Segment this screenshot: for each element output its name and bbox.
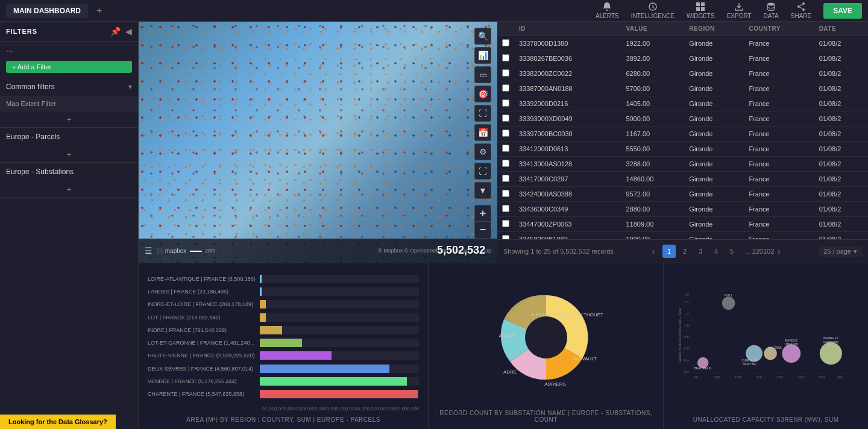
row-checkbox[interactable] bbox=[497, 202, 514, 217]
glossary-button[interactable]: Looking for the Data Glossary? bbox=[0, 415, 116, 429]
per-page-selector[interactable]: 25 / page ▾ bbox=[819, 246, 862, 257]
map-target-btn[interactable]: 🎯 bbox=[474, 86, 491, 102]
row-checkbox[interactable] bbox=[497, 66, 514, 81]
add-common-filter-button[interactable]: + bbox=[0, 111, 138, 127]
row-checkbox[interactable] bbox=[497, 127, 514, 142]
row-region: Gironde bbox=[684, 187, 744, 202]
europe-substations-section: Europe - Substations + bbox=[0, 163, 138, 198]
table-row: 33447000ZP0063 11809.00 Gironde France 0… bbox=[497, 217, 868, 232]
page-5-btn[interactable]: 5 bbox=[725, 245, 738, 258]
row-date: 01/08/2 bbox=[814, 157, 868, 172]
data-icon-btn[interactable]: DATA bbox=[764, 2, 779, 19]
row-checkbox[interactable] bbox=[497, 172, 514, 187]
col-date[interactable]: DATE bbox=[814, 22, 868, 36]
row-country: France bbox=[744, 127, 814, 142]
common-filters-title: Common filters bbox=[6, 83, 55, 91]
row-checkbox[interactable] bbox=[497, 217, 514, 232]
page-4-btn[interactable]: 4 bbox=[709, 245, 723, 258]
europe-parcels-header[interactable]: Europe - Parcels bbox=[0, 128, 138, 146]
intelligence-icon-btn[interactable]: INTELLIGENCE bbox=[631, 2, 675, 19]
row-checkbox[interactable] bbox=[497, 81, 514, 96]
europe-substations-header[interactable]: Europe - Substations bbox=[0, 163, 138, 181]
add-europe-substations-filter-button[interactable]: + bbox=[0, 181, 138, 197]
bar-chart-row: LOT | FRANCE (213,002,945) bbox=[148, 313, 419, 322]
axis-label: 3,000,000,000 bbox=[327, 406, 357, 412]
bar-track bbox=[260, 326, 419, 334]
map-zoom-in-btn[interactable]: + bbox=[474, 205, 491, 222]
svg-text:400: 400 bbox=[837, 375, 844, 379]
row-country: France bbox=[744, 157, 814, 172]
add-filter-button[interactable]: + Add a Filter bbox=[6, 61, 132, 73]
add-tab-button[interactable]: + bbox=[93, 5, 105, 16]
map-extent-filter[interactable]: Map Extent Filter bbox=[0, 96, 138, 111]
scatter-chart-title: UNALLOCATED CAPACITY S3RENR (MW), SUM bbox=[673, 416, 859, 423]
row-country: France bbox=[744, 217, 814, 232]
bar-chart-row: LOIRE-ATLANTIQUE | FRANCE (6,500,186) bbox=[148, 275, 419, 283]
svg-text:0.2: 0.2 bbox=[684, 369, 690, 374]
map-search-btn[interactable]: 🔍 bbox=[474, 28, 491, 45]
row-checkbox[interactable] bbox=[497, 142, 514, 157]
map-filter-btn[interactable]: ▼ bbox=[474, 182, 491, 199]
map-fullscreen-btn[interactable]: ⛶ bbox=[474, 163, 491, 180]
col-id[interactable]: ID bbox=[514, 22, 621, 36]
col-value[interactable]: VALUE bbox=[621, 22, 684, 36]
svg-text:0.6: 0.6 bbox=[684, 346, 690, 350]
col-region[interactable]: REGION bbox=[684, 22, 744, 36]
svg-text:350: 350 bbox=[819, 375, 825, 379]
next-page-btn[interactable]: › bbox=[772, 245, 785, 258]
bar-track bbox=[260, 351, 419, 360]
row-id: 33382000ZC0022 bbox=[514, 66, 621, 81]
row-region: Gironde bbox=[684, 36, 744, 51]
page-1-btn[interactable]: 1 bbox=[662, 245, 676, 258]
scatter-svg: 0.2 0.4 0.6 0.8 1.0 1.2 1.4 1.6 50 100 1… bbox=[673, 269, 859, 412]
bar-label: LOT-ET-GARONNE | FRANCE (1,491,240,030) bbox=[148, 340, 256, 346]
share-icon-btn[interactable]: SHARE bbox=[791, 2, 811, 19]
map-calendar-btn[interactable]: 📅 bbox=[474, 124, 491, 141]
map-zoom-out-btn[interactable]: − bbox=[474, 222, 491, 239]
row-checkbox[interactable] bbox=[497, 187, 514, 202]
table-pagination: Showing 1 to 25 of 5,502,532 records ‹ 1… bbox=[497, 239, 868, 263]
bar-track bbox=[260, 377, 419, 386]
row-id: 33380267BE0036 bbox=[514, 51, 621, 66]
row-checkbox[interactable] bbox=[497, 157, 514, 172]
map-settings-btn[interactable]: ⚙ bbox=[474, 143, 491, 160]
svg-text:AIRVAUDAI ET VAL DU THOUET: AIRVAUDAI ET VAL DU THOUET bbox=[531, 312, 603, 318]
common-filters-header[interactable]: Common filters ▾ bbox=[0, 78, 138, 96]
widgets-icon-btn[interactable]: WIDGETS bbox=[687, 2, 715, 19]
table-scroll[interactable]: ID VALUE REGION COUNTRY DATE 33378000D13… bbox=[497, 22, 868, 239]
map-layers-btn[interactable]: 📊 bbox=[474, 47, 491, 64]
add-europe-parcels-filter-button[interactable]: + bbox=[0, 146, 138, 162]
row-checkbox[interactable] bbox=[497, 111, 514, 127]
bar-label: HAUTE-VIENNE | FRANCE (2,529,225,520) bbox=[148, 352, 256, 359]
col-country[interactable]: COUNTRY bbox=[744, 22, 814, 36]
main-dashboard-tab[interactable]: MAIN DASHBOARD bbox=[6, 4, 88, 17]
export-icon-btn[interactable]: EXPORT bbox=[727, 2, 752, 19]
map-draw-btn[interactable]: ▭ bbox=[474, 66, 491, 83]
sidebar-dots: ... bbox=[0, 42, 138, 56]
axis-label: 1,000,000,000 bbox=[265, 406, 295, 412]
row-checkbox[interactable] bbox=[497, 36, 514, 51]
bar-fill bbox=[260, 313, 266, 322]
row-id: 33397000BC0030 bbox=[514, 127, 621, 142]
row-country: France bbox=[744, 142, 814, 157]
row-checkbox[interactable] bbox=[497, 51, 514, 66]
row-date: 01/08/2 bbox=[814, 232, 868, 240]
svg-text:BEAUREUIL: BEAUREUIL bbox=[694, 366, 712, 370]
page-3-btn[interactable]: 3 bbox=[694, 245, 707, 258]
page-last-btn[interactable]: 220102 bbox=[756, 245, 770, 258]
alerts-icon-btn[interactable]: ALERTS bbox=[596, 2, 619, 19]
pagination-pages: ‹ 1 2 3 4 5 ... 220102 › bbox=[647, 245, 785, 258]
save-button[interactable]: SAVE bbox=[823, 3, 862, 19]
pin-icon[interactable]: 📌 bbox=[110, 27, 121, 36]
collapse-icon[interactable]: ◀ bbox=[125, 27, 132, 36]
page-2-btn[interactable]: 2 bbox=[678, 245, 691, 258]
prev-page-btn[interactable]: ‹ bbox=[647, 245, 660, 258]
row-date: 01/08/2 bbox=[814, 217, 868, 232]
map-expand-btn[interactable]: ⛶ bbox=[474, 105, 491, 122]
table-row: 33413000AS0128 3288.00 Gironde France 01… bbox=[497, 157, 868, 172]
svg-text:MARITIME: MARITIME bbox=[743, 363, 756, 366]
row-region: Gironde bbox=[684, 127, 744, 142]
table-row: 33382000ZC0022 6280.00 Gironde France 01… bbox=[497, 66, 868, 81]
row-checkbox[interactable] bbox=[497, 96, 514, 111]
row-checkbox[interactable] bbox=[497, 232, 514, 240]
